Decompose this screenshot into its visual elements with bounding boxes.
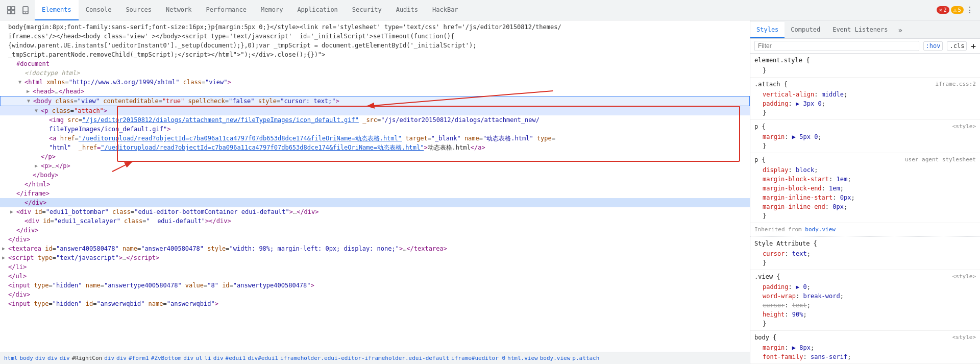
dom-line[interactable]: body{margin:8px;font-family:sans-serif;f…: [0, 22, 750, 32]
tab-console[interactable]: Console: [79, 0, 119, 20]
tree-arrow[interactable]: [18, 78, 24, 87]
dom-line[interactable]: _tmpScript.parentNode.removeChild(_tmpSc…: [0, 50, 750, 59]
line-content: <input type="hidden" id="answerwqbid" na…: [8, 299, 748, 308]
breadcrumb-div1[interactable]: div: [35, 355, 45, 361]
breadcrumb-zvbottom[interactable]: #ZvBottom: [151, 355, 182, 361]
breadcrumb-div6[interactable]: div: [213, 355, 224, 361]
dom-line[interactable]: <a href="/ueditorupload/read?objectId=c7…: [0, 134, 750, 143]
line-content: <img src="/js/editor20150812/dialogs/att…: [49, 115, 748, 125]
tree-arrow[interactable]: [35, 106, 41, 115]
dom-line[interactable]: </div>: [0, 290, 750, 299]
tab-hackbar[interactable]: HackBar: [425, 0, 465, 20]
tab-styles[interactable]: Styles: [750, 22, 785, 38]
dom-line[interactable]: <div id="edui1_bottombar" class="edui-ed…: [0, 207, 750, 216]
tree-arrow[interactable]: [27, 96, 33, 106]
breadcrumb-body[interactable]: body: [20, 355, 34, 361]
dom-line[interactable]: <img src="/js/editor20150812/dialogs/att…: [0, 115, 750, 125]
line-content: <a href="/ueditorupload/read?objectId=c7…: [49, 134, 748, 143]
device-icon[interactable]: [19, 4, 32, 16]
filter-hov-button[interactable]: :hov: [923, 41, 943, 51]
dom-line[interactable]: iframe.css'/></head><body class='view' >…: [0, 32, 750, 41]
more-options-icon[interactable]: ⋮: [966, 5, 974, 15]
tree-arrow: [2, 299, 8, 308]
tree-arrow: [35, 152, 41, 161]
dom-line[interactable]: <html xmlns="http://www.w3.org/1999/xhtm…: [0, 78, 750, 87]
dom-line[interactable]: <head>…</head>: [0, 87, 750, 96]
add-style-button[interactable]: +: [971, 41, 976, 51]
breadcrumb-div3[interactable]: div: [104, 355, 114, 361]
tab-event-listeners[interactable]: Event Listeners: [826, 22, 894, 38]
dom-line[interactable]: <input type="hidden" name="answertype400…: [0, 281, 750, 290]
tab-security[interactable]: Security: [345, 0, 389, 20]
breadcrumb-iframeholder[interactable]: iframeholder.edui-editor-iframeholder.ed…: [280, 355, 449, 361]
dom-line[interactable]: </div>: [0, 226, 750, 235]
line-content: </div>: [8, 290, 748, 299]
dom-line[interactable]: "html" _href="/ueditorupload/read?object…: [0, 143, 750, 152]
tree-arrow[interactable]: [2, 244, 8, 253]
dom-line[interactable]: <!doctype html>: [0, 68, 750, 78]
breadcrumb-div4[interactable]: div: [116, 355, 127, 361]
breadcrumb-htmlview[interactable]: html.view: [507, 355, 538, 361]
line-content: </div>: [16, 226, 748, 235]
dom-line[interactable]: </div>: [0, 198, 750, 207]
dom-line[interactable]: </html>: [0, 180, 750, 189]
tab-audits[interactable]: Audits: [389, 0, 425, 20]
dom-line[interactable]: {window.parent.UE.instants['ueditorInsta…: [0, 41, 750, 50]
tab-network[interactable]: Network: [159, 0, 199, 20]
dom-line[interactable]: <p class="attach">: [0, 106, 750, 115]
styles-filter-input[interactable]: [754, 41, 919, 51]
dom-line[interactable]: </p>: [0, 152, 750, 161]
inspect-icon[interactable]: [5, 4, 17, 16]
tree-arrow[interactable]: [27, 87, 33, 96]
dom-line[interactable]: <div id="edui1_scalelayer" class=" edui-…: [0, 216, 750, 226]
tree-arrow[interactable]: [2, 253, 8, 262]
tree-arrow: [2, 22, 8, 32]
dom-line[interactable]: #document: [0, 59, 750, 68]
line-content: </iframe>: [16, 189, 748, 198]
dom-line[interactable]: <textarea id="answer400580478" name="ans…: [0, 244, 750, 253]
dom-line[interactable]: fileTypeImages/icon_default.gif">: [0, 125, 750, 134]
breadcrumb-form1[interactable]: #form1: [129, 355, 149, 361]
dom-line[interactable]: <script type="text/javascript">…</script…: [0, 253, 750, 262]
tab-computed[interactable]: Computed: [785, 22, 826, 38]
dom-line[interactable]: </div>: [0, 235, 750, 244]
tree-arrow: [27, 171, 33, 180]
dom-line[interactable]: </iframe>: [0, 189, 750, 198]
breadcrumb-div5[interactable]: div: [183, 355, 193, 361]
tab-sources[interactable]: Sources: [118, 0, 159, 20]
dom-line[interactable]: <p>…</p>: [0, 161, 750, 171]
breadcrumb-edui1-div[interactable]: div#edui1: [248, 355, 278, 361]
breadcrumb-edui1[interactable]: #edui1: [226, 355, 246, 361]
dom-line[interactable]: <body class="view" contenteditable="true…: [0, 96, 750, 106]
dom-line[interactable]: </body>: [0, 171, 750, 180]
breadcrumb-li[interactable]: li: [204, 355, 211, 361]
tree-arrow[interactable]: [35, 161, 41, 171]
tab-memory[interactable]: Memory: [254, 0, 290, 20]
filter-cls-button[interactable]: .cls: [947, 41, 967, 51]
breadcrumb-bodyview[interactable]: body.view: [540, 355, 571, 361]
tree-arrow[interactable]: [10, 207, 16, 216]
svg-point-6: [25, 12, 26, 13]
style-rule-p-style: p { <style> margin: ▶ 5px 0; }: [750, 120, 980, 153]
line-content: "html" _href="/ueditorupload/read?object…: [49, 143, 748, 152]
tab-application[interactable]: Application: [290, 0, 345, 20]
breadcrumb-rightcon[interactable]: div: [60, 355, 70, 361]
line-content: iframe.css'/></head><body class='view' >…: [8, 32, 748, 41]
dom-line[interactable]: </ul>: [0, 272, 750, 281]
line-content: </html>: [24, 180, 748, 189]
dom-line[interactable]: <input type="hidden" id="answerwqbid" na…: [0, 299, 750, 308]
inherited-from-link[interactable]: body.view: [805, 226, 836, 233]
styles-tab-more[interactable]: »: [894, 22, 906, 38]
tab-performance[interactable]: Performance: [199, 0, 254, 20]
dom-line[interactable]: </li>: [0, 262, 750, 272]
tree-arrow: [18, 180, 24, 189]
breadcrumb-iframe[interactable]: iframe#ueditor 0: [451, 355, 505, 361]
breadcrumb-html[interactable]: html: [4, 355, 18, 361]
breadcrumb-div2[interactable]: div: [47, 355, 58, 361]
tree-arrow: [10, 226, 16, 235]
dom-code-area[interactable]: body{margin:8px;font-family:sans-serif;f…: [0, 20, 750, 352]
breadcrumb-ul[interactable]: ul: [195, 355, 202, 361]
tab-elements[interactable]: Elements: [35, 0, 79, 20]
styles-content[interactable]: element.style { } .attach { iframe.css:2…: [750, 54, 980, 364]
breadcrumb-pattach[interactable]: p.attach: [572, 355, 599, 361]
